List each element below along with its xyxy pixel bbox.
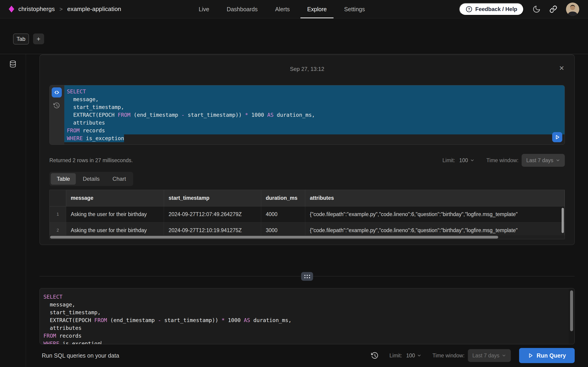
chevron-down-icon [470, 158, 475, 163]
run-query-icon-button[interactable] [552, 132, 562, 142]
executed-sql-code[interactable]: SELECT message, start_timestamp, EXTRACT… [64, 85, 565, 144]
text-cursor [101, 341, 101, 344]
chevron-down-icon [502, 353, 506, 358]
sql-line: message, [41, 301, 568, 309]
cell-attributes[interactable]: {"code.filepath":"example.py","code.line… [305, 206, 565, 223]
sql-editor-code: SELECT message, start_timestamp, EXTRACT… [41, 291, 568, 344]
limit-dropdown[interactable]: 100 [459, 157, 474, 164]
nav-item-dashboards[interactable]: Dashboards [220, 0, 265, 18]
editor-scrollbar[interactable] [570, 290, 573, 331]
content-area: Sep 27, 13:12 ✕ SELECT message, start_ti… [0, 54, 588, 367]
run-query-button[interactable]: Run Query [519, 348, 575, 363]
horizontal-scrollbar-track [50, 235, 565, 239]
result-controls: Limit: 100 Time window: Last 7 days [442, 154, 565, 167]
time-window-value: Last 7 days [526, 157, 553, 164]
horizontal-scrollbar[interactable] [50, 236, 498, 239]
share-link-button[interactable] [549, 5, 557, 13]
limit-value: 100 [406, 352, 415, 359]
result-view-tabs: TableDetailsChart [49, 172, 133, 186]
sql-line: FROM records [41, 332, 568, 340]
feedback-help-label: Feedback / Help [475, 6, 517, 12]
column-header-attributes[interactable]: attributes [305, 190, 565, 206]
cell-message[interactable]: Asking the user for their birthday [66, 206, 164, 223]
breadcrumb: christophergs > example-application [9, 6, 121, 13]
query-timestamp: Sep 27, 13:12 [40, 66, 574, 72]
sql-line: attributes [64, 119, 565, 127]
sql-line: SELECT [64, 85, 565, 95]
nav-item-settings[interactable]: Settings [337, 0, 372, 18]
feedback-help-button[interactable]: ? Feedback / Help [459, 3, 524, 15]
sql-code-button[interactable] [52, 87, 62, 98]
editor-footer: Run SQL queries on your data Limit: 100 … [40, 344, 575, 367]
sql-editor[interactable]: SELECT message, start_timestamp, EXTRACT… [40, 288, 575, 344]
sql-line: message, [64, 95, 565, 103]
left-rail [0, 54, 26, 367]
vertical-scrollbar[interactable] [562, 208, 564, 233]
sql-line: start_timestamp, [41, 309, 568, 316]
query-tab[interactable]: Tab [13, 33, 29, 44]
history-icon[interactable] [53, 102, 60, 109]
play-icon [528, 353, 533, 358]
chevron-down-icon [556, 158, 560, 163]
query-history-icon[interactable] [371, 352, 379, 359]
top-nav-bar: christophergs > example-application Live… [0, 0, 588, 18]
drag-dots-icon [304, 275, 310, 278]
splitter-drag-handle[interactable] [301, 272, 313, 281]
moon-icon [532, 5, 541, 13]
cell-duration-ms[interactable]: 4000 [261, 206, 305, 223]
column-header-duration_ms[interactable]: duration_ms [261, 190, 305, 206]
sql-line: WHERE is_exception [41, 340, 568, 344]
nav-item-live[interactable]: Live [192, 0, 216, 18]
link-icon [549, 5, 557, 13]
sql-line: start_timestamp, [64, 103, 565, 111]
sql-line: attributes [41, 324, 568, 332]
limit-label: Limit: [389, 352, 402, 359]
time-window-dropdown[interactable]: Last 7 days [522, 154, 565, 167]
close-icon[interactable]: ✕ [559, 65, 564, 72]
time-window-dropdown[interactable]: Last 7 days [468, 349, 511, 362]
primary-nav: LiveDashboardsAlertsExploreSettings [192, 0, 372, 18]
breadcrumb-project[interactable]: example-application [67, 6, 121, 13]
theme-toggle-button[interactable] [532, 5, 541, 13]
breadcrumb-separator-icon: > [60, 6, 63, 12]
time-window-value: Last 7 days [473, 352, 500, 359]
help-circle-icon: ? [466, 6, 473, 13]
results-grid: messagestart_timestampduration_msattribu… [50, 190, 565, 239]
nav-item-explore[interactable]: Explore [300, 0, 334, 18]
explore-main: Sep 27, 13:12 ✕ SELECT message, start_ti… [26, 54, 588, 367]
time-window-label: Time window: [432, 352, 465, 359]
limit-dropdown[interactable]: 100 [406, 352, 421, 359]
topbar-actions: ? Feedback / Help [459, 2, 579, 16]
column-header-start_timestamp[interactable]: start_timestamp [164, 190, 261, 206]
database-icon[interactable] [9, 60, 17, 68]
limit-value: 100 [459, 157, 468, 164]
logfire-logo-icon[interactable] [9, 6, 14, 13]
column-header-message[interactable]: message [66, 190, 164, 206]
panel-splitter [40, 276, 575, 276]
query-tab-bar: Tab + [0, 18, 588, 54]
svg-text:?: ? [468, 7, 470, 11]
sql-line: SELECT [41, 291, 568, 301]
editor-hint: Run SQL queries on your data [42, 352, 119, 359]
limit-label: Limit: [442, 157, 455, 164]
result-panel-header: Sep 27, 13:12 ✕ [40, 55, 574, 85]
add-tab-button[interactable]: + [33, 33, 44, 44]
user-avatar[interactable] [566, 2, 579, 16]
run-query-label: Run Query [536, 352, 566, 359]
play-icon [554, 134, 560, 140]
result-tab-table[interactable]: Table [51, 173, 76, 185]
cell-start-timestamp[interactable]: 2024-09-27T12:07:49.264279Z [164, 206, 261, 223]
sql-line: WHERE is_exception [64, 134, 565, 142]
result-status-text: Returned 2 rows in 27 milliseconds. [49, 157, 133, 164]
result-tab-details[interactable]: Details [77, 173, 105, 185]
chevron-down-icon [417, 353, 422, 358]
footer-controls: Limit: 100 Time window: Last 7 days Run … [371, 348, 575, 363]
breadcrumb-org[interactable]: christophergs [18, 6, 55, 13]
row-number: 1 [50, 206, 66, 223]
table-corner-cell [50, 190, 66, 206]
nav-item-alerts[interactable]: Alerts [268, 0, 297, 18]
results-table: messagestart_timestampduration_msattribu… [49, 190, 565, 239]
result-tab-chart[interactable]: Chart [107, 173, 132, 185]
query-result-panel: Sep 27, 13:12 ✕ SELECT message, start_ti… [40, 55, 575, 245]
sql-line: EXTRACT(EPOCH FROM (end_timestamp - star… [41, 316, 568, 324]
